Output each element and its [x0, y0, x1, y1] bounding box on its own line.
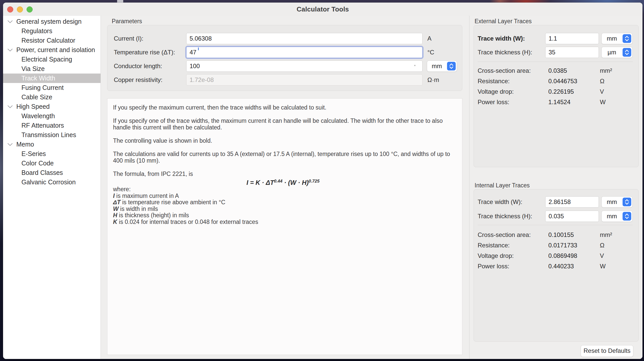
sidebar-item-fusing-current[interactable]: Fusing Current — [3, 83, 101, 92]
sidebar-item-wavelength[interactable]: Wavelength — [3, 111, 101, 121]
sidebar-item-board-classes[interactable]: Board Classes — [3, 168, 101, 177]
stepper-icon[interactable] — [623, 48, 631, 57]
conductor-length-label: Conductor length: — [114, 61, 162, 72]
sidebar-item-high-speed[interactable]: High Speed — [3, 102, 101, 111]
help-paragraph: The controlling value is shown in bold. — [113, 137, 456, 144]
current-unit: A — [427, 33, 431, 44]
result-row: Cross-section area: 0.100155 mm² — [474, 230, 638, 240]
parameters-section-label: Parameters — [112, 18, 142, 25]
stepper-icon[interactable] — [447, 62, 456, 70]
sidebar-item-label: General system design — [16, 18, 82, 25]
current-label: Current (I): — [114, 33, 143, 44]
where-label: where: — [113, 186, 456, 193]
help-paragraph: The calculations are valid for currents … — [113, 151, 456, 164]
sidebar-item-e-series[interactable]: E-Series — [3, 149, 101, 159]
legend-line: I is maximum current in A — [113, 193, 456, 199]
conductor-length-input[interactable] — [186, 61, 423, 72]
external-layer-traces-label: External Layer Traces — [475, 18, 532, 25]
result-row: Voltage drop: 0.0869498 V — [474, 250, 638, 261]
divider — [478, 62, 633, 62]
external-layer-traces-groupbox: Trace width (W): mm Trace thickness (H):… — [474, 25, 639, 167]
reset-to-defaults-button[interactable]: Reset to Defaults — [581, 345, 633, 357]
stepper-icon[interactable] — [623, 34, 631, 43]
external-trace-width-label: Trace width (W): — [478, 33, 525, 44]
internal-layer-traces-groupbox: Trace width (W): mm Trace thickness (H):… — [474, 189, 639, 342]
help-text-panel: If you specify the maximum current, then… — [107, 98, 462, 355]
window-title: Calculator Tools — [3, 3, 642, 16]
legend-line: H is thickness (height) in mils — [113, 212, 456, 219]
help-paragraph: The formula, from IPC 2221, is — [113, 171, 456, 177]
chevron-down-icon — [7, 20, 13, 23]
stepper-icon[interactable] — [623, 212, 631, 221]
internal-trace-width-input[interactable] — [545, 196, 599, 208]
text-caret — [198, 47, 199, 50]
chevron-down-icon — [7, 143, 13, 146]
internal-trace-width-label: Trace width (W): — [478, 196, 522, 208]
temperature-rise-label: Temperature rise (ΔT): — [114, 47, 175, 58]
sidebar-item-via-size[interactable]: Via Size — [3, 64, 101, 74]
internal-trace-width-unit-select[interactable]: mm — [601, 196, 633, 208]
legend-line: W is width in mils — [113, 206, 456, 212]
parameters-groupbox: Current (I): A Temperature rise (ΔT): °C… — [107, 25, 462, 91]
results-panel: External Layer Traces Trace width (W): m… — [469, 16, 642, 359]
copper-resistivity-input — [186, 74, 423, 86]
external-trace-width-unit-select[interactable]: mm — [601, 33, 633, 44]
external-trace-thickness-unit-select[interactable]: µm — [601, 47, 633, 58]
copper-resistivity-label: Copper resistivity: — [114, 74, 163, 86]
external-trace-thickness-label: Trace thickness (H): — [478, 47, 532, 58]
titlebar: Calculator Tools — [3, 3, 642, 16]
result-row: Voltage drop: 0.226195 V — [474, 86, 638, 97]
sidebar-item-cable-size[interactable]: Cable Size — [3, 92, 101, 102]
sidebar-item-electrical-spacing[interactable]: Electrical Spacing — [3, 55, 101, 64]
temperature-rise-unit: °C — [427, 47, 434, 58]
calculator-tree-sidebar: General system design Regulators Resisto… — [3, 16, 101, 359]
legend-line: K is 0.024 for internal traces or 0.048 … — [113, 219, 456, 225]
formula-legend: where: I is maximum current in A ΔT is t… — [113, 186, 456, 225]
chevron-down-icon — [7, 49, 13, 52]
result-row: Resistance: 0.0446753 Ω — [474, 76, 638, 86]
sidebar-item-general-system-design[interactable]: General system design — [3, 17, 101, 26]
sidebar-item-galvanic-corrosion[interactable]: Galvanic Corrosion — [3, 177, 101, 187]
help-paragraph: If you specify the maximum current, then… — [113, 104, 456, 111]
result-row: Power loss: 0.440233 W — [474, 261, 638, 271]
internal-trace-thickness-input[interactable] — [545, 211, 599, 222]
sidebar-item-transmission-lines[interactable]: Transmission Lines — [3, 130, 101, 140]
result-row: Resistance: 0.0171733 Ω — [474, 240, 638, 250]
internal-trace-thickness-label: Trace thickness (H): — [478, 211, 532, 222]
internal-layer-traces-label: Internal Layer Traces — [475, 182, 530, 189]
conductor-length-unit-select[interactable]: mm — [427, 61, 457, 72]
ipc2221-formula: I = K · ΔT0.44 · (W · H)0.725 — [246, 178, 456, 186]
temperature-rise-input[interactable] — [186, 47, 423, 58]
sidebar-item-power-current-isolation[interactable]: Power, current and isolation — [3, 45, 101, 55]
result-row: Cross-section area: 0.0385 mm² — [474, 65, 638, 76]
sidebar-item-rf-attenuators[interactable]: RF Attenuators — [3, 121, 101, 130]
sidebar-item-track-width[interactable]: Track Width — [3, 74, 101, 83]
sidebar-item-resistor-calculator[interactable]: Resistor Calculator — [3, 36, 101, 45]
sidebar-item-memo[interactable]: Memo — [3, 140, 101, 149]
mouse-cursor-dot — [414, 65, 415, 66]
sidebar-item-color-code[interactable]: Color Code — [3, 159, 101, 168]
divider — [478, 225, 633, 225]
chevron-down-icon — [7, 105, 13, 108]
copper-resistivity-unit: Ω·m — [427, 74, 439, 86]
calculator-tools-window: Calculator Tools General system design R… — [3, 3, 642, 359]
stepper-icon[interactable] — [623, 198, 631, 206]
current-input[interactable] — [186, 33, 423, 44]
legend-line: ΔT is temperature rise above ambient in … — [113, 199, 456, 206]
external-trace-thickness-input[interactable] — [545, 47, 599, 58]
external-trace-width-input[interactable] — [545, 33, 599, 44]
sidebar-item-regulators[interactable]: Regulators — [3, 26, 101, 36]
internal-trace-thickness-unit-select[interactable]: mm — [601, 211, 633, 222]
main-content: Parameters Current (I): A Temperature ri… — [101, 16, 469, 359]
result-row: Power loss: 1.14524 W — [474, 97, 638, 107]
help-paragraph: If you specify one of the trace widths, … — [113, 117, 456, 131]
